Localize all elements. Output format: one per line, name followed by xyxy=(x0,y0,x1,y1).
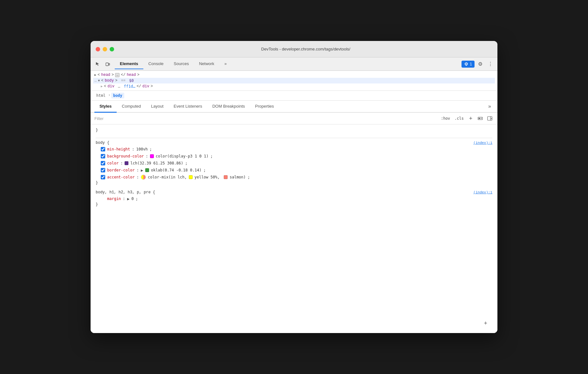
settings-icon[interactable]: ⚙ xyxy=(476,60,485,69)
hov-button[interactable]: :hov xyxy=(440,116,451,121)
toolbar-icons xyxy=(93,60,112,69)
tab-dom-breakpoints[interactable]: DOM Breakpoints xyxy=(207,101,250,113)
head-expand-arrow[interactable]: ▶ xyxy=(94,73,96,77)
styles-panel-tabs: Styles Computed Layout Event Listeners D… xyxy=(91,101,497,113)
prop-accent-salmon-value[interactable]: salmon) xyxy=(229,175,246,179)
prop-margin-name: margin xyxy=(107,197,121,201)
tab-styles[interactable]: Styles xyxy=(94,101,117,113)
body-rule-closing-brace: } xyxy=(96,181,492,185)
css-props-body: min-height : 100vh ; background-color : … xyxy=(101,146,492,181)
toolbar-right: ✉ 1 ⚙ ⋮ xyxy=(462,60,495,69)
prop-accent-color-name: accent-color xyxy=(107,175,135,179)
filter-bar: :hov .cls + xyxy=(91,113,497,124)
add-style-rule-icon[interactable]: + xyxy=(467,115,475,122)
accent-color-mix-swatch[interactable] xyxy=(141,175,146,180)
rule-body-header: body { (index):1 xyxy=(96,141,492,145)
close-button[interactable] xyxy=(96,47,100,51)
breadcrumb: html › body xyxy=(91,91,497,101)
filter-input[interactable] xyxy=(94,116,437,121)
breadcrumb-body[interactable]: body xyxy=(111,93,124,98)
tab-sources[interactable]: Sources xyxy=(169,59,194,69)
head-ellipsis[interactable]: … xyxy=(115,73,120,77)
window-title: DevTools - developer.chrome.com/tags/dev… xyxy=(119,47,492,51)
rule-body-elements-source[interactable]: (index):1 xyxy=(474,190,492,194)
margin-expand[interactable]: ▶ xyxy=(127,197,130,201)
border-color-expand[interactable]: ▶ xyxy=(141,169,143,172)
breadcrumb-html[interactable]: html xyxy=(94,93,107,98)
svg-rect-1 xyxy=(109,63,110,65)
head-tree-line[interactable]: ▶ <head> … </head> xyxy=(93,72,495,78)
prop-bg-color-value[interactable]: color(display-p3 1 0 1) xyxy=(156,154,209,158)
tab-more[interactable]: » xyxy=(219,59,232,69)
prop-color-value[interactable]: lch(32.39 61.25 308.86) xyxy=(130,161,183,165)
prop-border-color: border-color : ▶ oklab(0.74 -0.18 0.14) … xyxy=(101,167,492,174)
traffic-lights xyxy=(96,47,114,51)
tab-console[interactable]: Console xyxy=(143,59,169,69)
add-rule-button[interactable]: + xyxy=(481,319,490,328)
svg-text:✉: ✉ xyxy=(465,63,467,65)
html-tree: ▶ <head> … </head> … ▼ <body> == $0 ▶ <d… xyxy=(91,71,497,91)
body-elements-rule-closing-brace: } xyxy=(96,202,492,207)
title-bar: DevTools - developer.chrome.com/tags/dev… xyxy=(91,41,497,57)
rule-body-source[interactable]: (index):1 xyxy=(474,141,492,145)
prop-min-height-value[interactable]: 100vh xyxy=(136,147,147,151)
prop-border-color-value[interactable]: oklab(0.74 -0.18 0.14) xyxy=(151,168,202,172)
bg-color-swatch[interactable] xyxy=(150,154,154,158)
tab-properties[interactable]: Properties xyxy=(250,101,279,113)
rule-body-elements-selector: body, h1, h2, h3, p, pre { xyxy=(96,190,155,195)
tab-more-icon[interactable]: » xyxy=(486,104,494,109)
rule-body-elements-header: body, h1, h2, h3, p, pre { (index):1 xyxy=(96,190,492,195)
main-css-content: } body { (index):1 min-height : 100vh ; xyxy=(91,124,497,333)
cls-button[interactable]: .cls xyxy=(453,116,465,121)
prop-accent-color: accent-color : color-mix(in lch, yellow … xyxy=(101,174,492,181)
prop-accent-color-value[interactable]: color-mix(in lch, xyxy=(148,175,187,179)
tab-computed[interactable]: Computed xyxy=(117,101,146,113)
svg-rect-4 xyxy=(479,118,480,119)
prop-background-color: background-color : color(display-p3 1 0 … xyxy=(101,153,492,160)
salmon-swatch[interactable] xyxy=(224,175,228,179)
filter-actions: :hov .cls + xyxy=(440,115,494,122)
device-toggle-icon[interactable] xyxy=(103,60,112,69)
prop-border-color-name: border-color xyxy=(107,168,135,172)
prop-min-height-checkbox[interactable] xyxy=(101,147,105,151)
prop-border-color-checkbox[interactable] xyxy=(101,168,105,172)
body-tree-line[interactable]: … ▼ <body> == $0 xyxy=(93,78,495,83)
prop-margin-value[interactable]: 0 xyxy=(132,197,134,201)
body-expand-arrow[interactable]: ▼ xyxy=(98,79,100,83)
rule-body-selector: body { xyxy=(96,141,109,145)
force-element-state-icon[interactable] xyxy=(476,115,484,122)
section-divider-1 xyxy=(96,138,492,138)
more-options-icon[interactable]: ⋮ xyxy=(486,60,495,69)
css-props-body-elements: margin : ▶ 0 ; xyxy=(101,195,492,202)
prop-bg-color-checkbox[interactable] xyxy=(101,154,105,158)
color-swatch[interactable] xyxy=(125,161,128,165)
prop-bg-color-name: background-color xyxy=(107,154,144,158)
tab-elements[interactable]: Elements xyxy=(115,59,143,69)
tab-layout[interactable]: Layout xyxy=(146,101,168,113)
devtools-tabs: Elements Console Sources Network » xyxy=(115,59,462,69)
yellow-swatch[interactable] xyxy=(189,175,193,179)
prop-min-height-name: min-height xyxy=(107,147,130,151)
prop-min-height: min-height : 100vh ; xyxy=(101,146,492,153)
devtools-window: DevTools - developer.chrome.com/tags/dev… xyxy=(91,41,497,333)
inspect-icon[interactable] xyxy=(93,60,102,69)
toggle-sidebar-icon[interactable] xyxy=(486,115,494,122)
css-rule-body: body { (index):1 min-height : 100vh ; ba… xyxy=(96,141,492,185)
prop-accent-yellow-value[interactable]: yellow 50%, xyxy=(195,175,222,179)
css-rule-body-elements: body, h1, h2, h3, p, pre { (index):1 mar… xyxy=(96,190,492,207)
maximize-button[interactable] xyxy=(110,47,114,51)
prop-margin: margin : ▶ 0 ; xyxy=(101,195,492,202)
prop-color-name: color xyxy=(107,161,119,165)
tab-network[interactable]: Network xyxy=(194,59,219,69)
css-rule-closing: } xyxy=(96,127,492,133)
svg-rect-0 xyxy=(106,63,108,66)
div-expand-arrow[interactable]: ▶ xyxy=(101,84,103,88)
border-color-swatch[interactable] xyxy=(145,168,149,172)
prop-accent-color-checkbox[interactable] xyxy=(101,175,105,179)
prop-color-checkbox[interactable] xyxy=(101,161,105,165)
prop-color: color : lch(32.39 61.25 308.86) ; xyxy=(101,160,492,167)
tab-event-listeners[interactable]: Event Listeners xyxy=(168,101,207,113)
minimize-button[interactable] xyxy=(103,47,107,51)
div-tree-line[interactable]: ▶ <div … ff1d… </div> xyxy=(93,83,495,89)
notifications-badge[interactable]: ✉ 1 xyxy=(462,61,475,68)
